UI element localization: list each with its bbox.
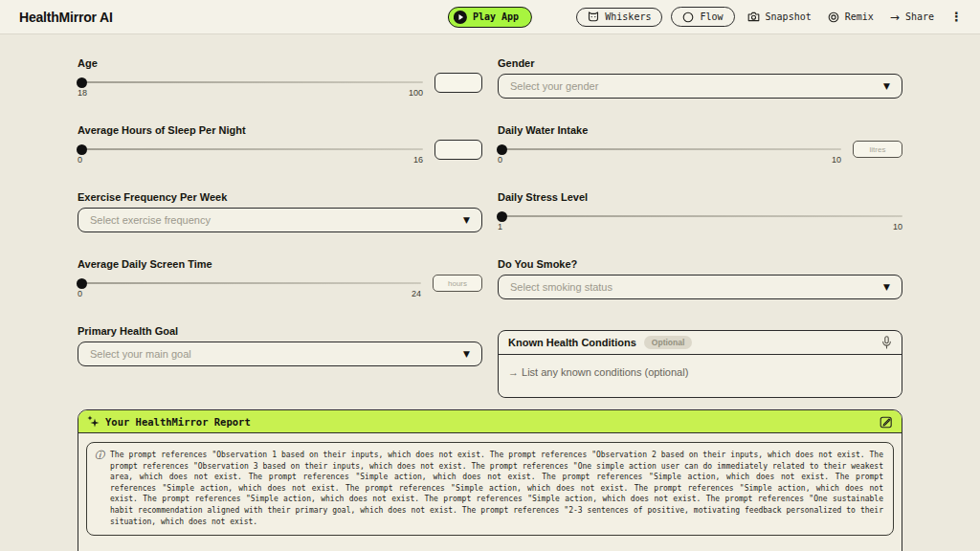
sleep-field: Average Hours of Sleep Per Night 0 16 bbox=[78, 124, 482, 168]
slider-min-label: 18 bbox=[78, 88, 87, 98]
water-field: Daily Water Intake 0 10 bbox=[498, 124, 902, 168]
conditions-box: Known Health Conditions Optional → List … bbox=[498, 330, 902, 398]
report-text: The prompt references "Observation 1 bas… bbox=[110, 450, 883, 527]
screen-time-slider[interactable]: 0 24 bbox=[78, 274, 421, 302]
gender-select[interactable]: Select your gender ▼ bbox=[498, 74, 902, 99]
slider-max-label: 100 bbox=[409, 88, 423, 98]
smoke-field: Do You Smoke? Select smoking status ▼ bbox=[498, 258, 902, 302]
topbar-actions: Whiskers Flow Snapshot Remix → bbox=[576, 7, 967, 27]
water-label: Daily Water Intake bbox=[498, 124, 902, 136]
optional-badge: Optional bbox=[644, 336, 692, 349]
info-icon: ⓘ bbox=[95, 449, 104, 462]
chevron-down-icon: ▼ bbox=[463, 349, 470, 359]
share-label: Share bbox=[905, 11, 934, 22]
snapshot-label: Snapshot bbox=[766, 11, 812, 22]
report-header: Your HealthMirror Report bbox=[78, 410, 902, 433]
report-text-box: ⓘ The prompt references "Observation 1 b… bbox=[86, 442, 894, 536]
exercise-label: Exercise Frequency Per Week bbox=[78, 191, 482, 203]
smoke-placeholder: Select smoking status bbox=[510, 281, 612, 293]
report-body: ⓘ The prompt references "Observation 1 b… bbox=[78, 433, 902, 544]
exercise-placeholder: Select exercise frequency bbox=[90, 214, 211, 226]
sleep-slider[interactable]: 0 16 bbox=[78, 140, 423, 168]
goal-select[interactable]: Select your main goal ▼ bbox=[78, 342, 482, 366]
slider-max-label: 10 bbox=[893, 222, 902, 231]
remix-label: Remix bbox=[845, 11, 874, 22]
slider-max-label: 24 bbox=[412, 289, 421, 298]
flow-button[interactable]: Flow bbox=[671, 7, 734, 27]
play-icon bbox=[454, 11, 467, 24]
screen-time-field: Average Daily Screen Time 0 24 bbox=[78, 258, 482, 302]
edit-icon[interactable] bbox=[880, 415, 893, 429]
topbar: HealthMirror AI Play App Whiskers Flow bbox=[0, 0, 980, 34]
remix-button[interactable]: Remix bbox=[824, 9, 878, 26]
kebab-menu-button[interactable]: ⋮ bbox=[947, 10, 967, 24]
exercise-field: Exercise Frequency Per Week Select exerc… bbox=[78, 191, 482, 235]
slider-track bbox=[498, 215, 902, 217]
slider-max-label: 16 bbox=[413, 155, 423, 165]
snapshot-button[interactable]: Snapshot bbox=[744, 9, 815, 25]
smoke-label: Do You Smoke? bbox=[498, 258, 902, 270]
age-slider[interactable]: 18 100 bbox=[78, 73, 423, 101]
chevron-down-icon: ▼ bbox=[883, 282, 890, 292]
remix-icon bbox=[828, 11, 839, 23]
gender-field: Gender Select your gender ▼ bbox=[498, 57, 902, 101]
gender-label: Gender bbox=[498, 57, 902, 69]
screen-time-unit-input[interactable] bbox=[433, 275, 482, 292]
sparkles-icon bbox=[87, 415, 100, 428]
goal-label: Primary Health Goal bbox=[78, 325, 482, 337]
cat-icon bbox=[588, 11, 599, 22]
slider-min-label: 1 bbox=[498, 222, 502, 231]
main-content: Age 18 100 Gender Select your gender ▼ bbox=[0, 34, 980, 551]
stress-field: Daily Stress Level 1 10 bbox=[498, 191, 902, 235]
slider-track bbox=[78, 282, 421, 284]
slider-min-label: 0 bbox=[498, 155, 502, 165]
chevron-down-icon: ▼ bbox=[463, 215, 470, 225]
sleep-input[interactable] bbox=[434, 140, 482, 160]
slider-track bbox=[78, 81, 423, 83]
slider-track bbox=[498, 148, 841, 150]
exercise-select[interactable]: Select exercise frequency ▼ bbox=[78, 208, 482, 232]
age-field: Age 18 100 bbox=[78, 57, 482, 101]
play-app-button[interactable]: Play App bbox=[448, 7, 532, 28]
circle-icon bbox=[682, 11, 694, 23]
smoke-select[interactable]: Select smoking status ▼ bbox=[498, 275, 902, 299]
microphone-icon[interactable] bbox=[881, 336, 892, 349]
share-button[interactable]: → Share bbox=[886, 9, 938, 26]
conditions-label: Known Health Conditions bbox=[508, 337, 636, 348]
slider-track bbox=[78, 148, 423, 150]
goal-placeholder: Select your main goal bbox=[90, 348, 191, 360]
conditions-textarea[interactable]: → List any known conditions (optional) bbox=[499, 354, 902, 397]
gender-placeholder: Select your gender bbox=[510, 80, 598, 92]
flow-label: Flow bbox=[700, 11, 723, 22]
water-slider[interactable]: 0 10 bbox=[498, 140, 841, 168]
screen-time-label: Average Daily Screen Time bbox=[78, 258, 482, 270]
goal-field: Primary Health Goal Select your main goa… bbox=[78, 325, 482, 398]
age-label: Age bbox=[78, 57, 482, 69]
camera-icon bbox=[747, 11, 760, 22]
whiskers-label: Whiskers bbox=[605, 11, 651, 22]
app-title: HealthMirror AI bbox=[19, 10, 113, 25]
water-unit-input[interactable] bbox=[853, 141, 902, 158]
arrow-right-icon: → bbox=[890, 11, 900, 23]
stress-label: Daily Stress Level bbox=[498, 191, 902, 203]
play-app-label: Play App bbox=[473, 11, 519, 22]
conditions-field: Known Health Conditions Optional → List … bbox=[498, 325, 902, 398]
conditions-placeholder: → List any known conditions (optional) bbox=[508, 366, 688, 378]
slider-min-label: 0 bbox=[78, 289, 82, 298]
form-grid: Age 18 100 Gender Select your gender ▼ bbox=[78, 57, 902, 398]
slider-min-label: 0 bbox=[78, 155, 82, 165]
report-title: Your HealthMirror Report bbox=[105, 416, 251, 428]
chevron-down-icon: ▼ bbox=[883, 81, 890, 91]
report-section: Your HealthMirror Report ⓘ The prompt re… bbox=[78, 409, 902, 551]
stress-slider[interactable]: 1 10 bbox=[498, 207, 902, 235]
age-input[interactable] bbox=[434, 73, 482, 93]
slider-max-label: 10 bbox=[832, 155, 841, 165]
sleep-label: Average Hours of Sleep Per Night bbox=[78, 124, 482, 136]
whiskers-button[interactable]: Whiskers bbox=[576, 8, 662, 27]
